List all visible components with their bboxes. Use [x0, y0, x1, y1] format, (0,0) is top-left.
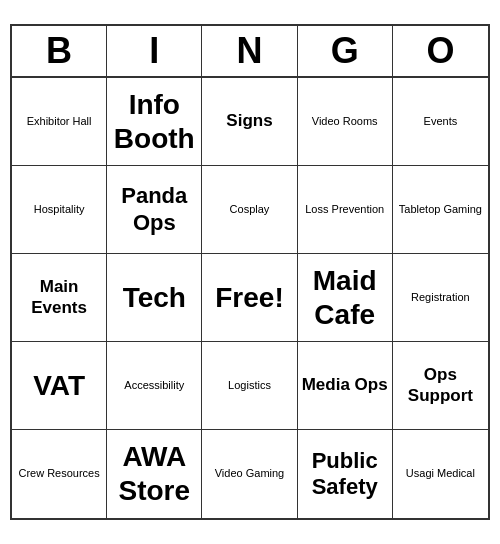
cell-text-2: Signs [226, 111, 272, 131]
bingo-cell-4: Events [393, 78, 488, 166]
bingo-cell-21: AWA Store [107, 430, 202, 518]
cell-text-11: Tech [123, 281, 186, 315]
header-letter-b: B [12, 26, 107, 76]
header-letter-g: G [298, 26, 393, 76]
cell-text-8: Loss Prevention [305, 203, 384, 216]
cell-text-23: Public Safety [302, 448, 388, 501]
bingo-cell-11: Tech [107, 254, 202, 342]
bingo-cell-18: Media Ops [298, 342, 393, 430]
cell-text-15: VAT [33, 369, 85, 403]
bingo-cell-1: Info Booth [107, 78, 202, 166]
bingo-header: BINGO [12, 26, 488, 78]
header-letter-o: O [393, 26, 488, 76]
cell-text-13: Maid Cafe [302, 264, 388, 331]
cell-text-18: Media Ops [302, 375, 388, 395]
cell-text-1: Info Booth [111, 88, 197, 155]
cell-text-22: Video Gaming [215, 467, 285, 480]
bingo-cell-2: Signs [202, 78, 297, 166]
cell-text-3: Video Rooms [312, 115, 378, 128]
bingo-cell-10: Main Events [12, 254, 107, 342]
bingo-cell-19: Ops Support [393, 342, 488, 430]
cell-text-24: Usagi Medical [406, 467, 475, 480]
header-letter-n: N [202, 26, 297, 76]
bingo-cell-7: Cosplay [202, 166, 297, 254]
cell-text-0: Exhibitor Hall [27, 115, 92, 128]
header-letter-i: I [107, 26, 202, 76]
bingo-cell-24: Usagi Medical [393, 430, 488, 518]
bingo-card: BINGO Exhibitor HallInfo BoothSignsVideo… [10, 24, 490, 520]
cell-text-17: Logistics [228, 379, 271, 392]
cell-text-5: Hospitality [34, 203, 85, 216]
cell-text-6: Panda Ops [111, 183, 197, 236]
bingo-cell-16: Accessibility [107, 342, 202, 430]
bingo-cell-0: Exhibitor Hall [12, 78, 107, 166]
bingo-cell-23: Public Safety [298, 430, 393, 518]
cell-text-10: Main Events [16, 277, 102, 318]
bingo-cell-22: Video Gaming [202, 430, 297, 518]
cell-text-16: Accessibility [124, 379, 184, 392]
bingo-grid: Exhibitor HallInfo BoothSignsVideo Rooms… [12, 78, 488, 518]
bingo-cell-14: Registration [393, 254, 488, 342]
cell-text-4: Events [424, 115, 458, 128]
cell-text-21: AWA Store [111, 440, 197, 507]
bingo-cell-5: Hospitality [12, 166, 107, 254]
cell-text-19: Ops Support [397, 365, 484, 406]
bingo-cell-20: Crew Resources [12, 430, 107, 518]
bingo-cell-8: Loss Prevention [298, 166, 393, 254]
bingo-cell-13: Maid Cafe [298, 254, 393, 342]
cell-text-7: Cosplay [230, 203, 270, 216]
bingo-cell-6: Panda Ops [107, 166, 202, 254]
bingo-cell-3: Video Rooms [298, 78, 393, 166]
bingo-cell-15: VAT [12, 342, 107, 430]
cell-text-12: Free! [215, 281, 283, 315]
bingo-cell-17: Logistics [202, 342, 297, 430]
cell-text-14: Registration [411, 291, 470, 304]
bingo-cell-12: Free! [202, 254, 297, 342]
cell-text-9: Tabletop Gaming [399, 203, 482, 216]
bingo-cell-9: Tabletop Gaming [393, 166, 488, 254]
cell-text-20: Crew Resources [18, 467, 99, 480]
